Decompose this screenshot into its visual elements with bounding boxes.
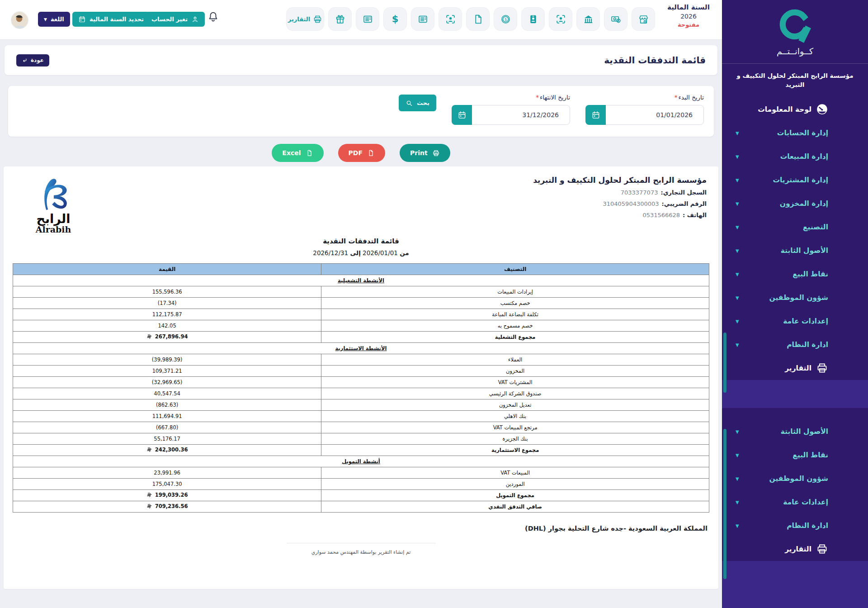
sidebar-item[interactable]: نقاط البيع▼ [722,443,868,467]
sidebar-band-bottom [722,561,868,608]
start-date-group: تاريخ البدء* [585,94,704,125]
column-header-value: القيمة [13,263,321,275]
sidebar-menu-primary: لوحة المعلوماتإدارة الحسابات▼إدارة المبي… [722,92,868,380]
language-button[interactable]: اللغة ▼ [38,12,70,27]
sidebar-item[interactable]: لوحة المعلومات [722,98,868,121]
chevron-down-icon: ▼ [44,17,47,22]
change-account-button[interactable]: تغير الحساب [146,12,205,27]
start-date-calendar-button[interactable] [585,105,606,125]
fiscal-year-block: السنة المالية 2026 مفتوحة [659,3,718,28]
file-icon [306,149,313,157]
print-button[interactable]: Print [400,144,450,162]
sidebar-item[interactable]: إدارة الحسابات▼ [722,121,868,145]
report-title: قائمة التدفقات النقدية [10,237,712,245]
chevron-down-icon: ▼ [736,177,739,182]
table-row: مجموع الاستثمارية242,300.36 [13,444,709,456]
amount-text: 267,896.94 [155,333,188,340]
print-label: Print [410,149,428,157]
topbar: السنة المالية 2026 مفتوحة $ التق [0,0,722,40]
table-row: إيرادات المبيعات155,596.36 [13,286,709,297]
chevron-down-icon: ▼ [736,271,739,276]
document-button[interactable] [466,7,490,31]
chevron-down-icon: ▼ [736,224,739,229]
sidebar-item[interactable]: إعدادات عامة▼ [722,309,868,333]
amount-text: 242,300.36 [155,446,188,453]
sidebar-item-label: ادارة النظام [787,341,828,349]
sidebar-item[interactable]: إدارة المبيعات▼ [722,145,868,168]
table-row: صندوق الشركة الرئيسي40,547.54 [13,388,709,399]
table-row: مجموع التشغلية267,896.94 [13,331,709,342]
coin-button[interactable] [494,7,517,31]
amount-text: 142.05 [158,323,176,329]
bank-button[interactable] [576,7,600,31]
sidebar-item-label: التصنيع [803,223,828,231]
back-button[interactable]: عودة [16,54,49,66]
excel-label: Excel [282,149,301,157]
table-row: المخزون109,371.21 [13,365,709,376]
calendar-icon [591,110,600,119]
sidebar-item[interactable]: شؤون الموظفين▼ [722,286,868,309]
sidebar-item[interactable]: شؤون الموظفين▼ [722,467,868,490]
amount-text: (667.80) [156,424,178,431]
sidebar-item[interactable]: نقاط البيع▼ [722,262,868,286]
sidebar-item-label: إعدادات عامة [783,317,828,325]
select-fiscal-year-button[interactable]: تحديد السنة المالية [72,12,150,27]
table-row: صافي التدفق النقدي709,236.56 [13,501,709,512]
sidebar-scrollbar[interactable] [723,429,726,579]
logo-latin-text: Alrabih [22,225,85,234]
search-button[interactable]: بحث [399,95,436,111]
store-button[interactable] [632,7,655,31]
dollar-button[interactable]: $ [383,7,407,31]
app-window: السنة المالية 2026 مفتوحة $ التق [0,0,868,608]
amount-text: 55,176.17 [154,436,180,442]
export-excel-button[interactable]: Excel [272,144,323,162]
sidebar-scrollbar[interactable] [723,332,726,393]
chevron-down-icon: ▼ [736,130,739,135]
amount-text: 175,047.30 [152,481,182,487]
chevron-down-icon: ▼ [736,452,739,457]
export-pdf-button[interactable]: PDF [338,144,385,162]
id-badge-button[interactable] [521,7,545,31]
sidebar-item[interactable]: التقارير [722,356,868,380]
value-cell: (667.80) [13,422,321,433]
amount-text: 112,175.87 [152,311,182,318]
receipt-button-2[interactable] [356,7,379,31]
saudi-riyal-icon [146,503,152,509]
receipt-button[interactable] [411,7,434,31]
calendar-icon [458,110,467,119]
reports-button-label: التقارير [288,16,310,23]
sidebar-item[interactable]: ادارة النظام▼ [722,333,868,356]
table-row: تكلفة البضاعة المباعة112,175.87 [13,309,709,320]
user-avatar[interactable] [11,11,28,29]
vat-number-line: الرقم الضريبي:310405904300003 [533,200,707,207]
cash-button[interactable] [604,7,627,31]
notifications-bell-button[interactable] [207,10,219,23]
sidebar-company-name: مؤسسة الرابح المبتكر لحلول التكييف و الت… [722,64,868,92]
table-row: بنك الاهلي111,694.91 [13,410,709,422]
sidebar-item[interactable]: إعدادات عامة▼ [722,490,868,514]
user-icon [191,15,199,23]
file-icon [367,149,375,157]
sidebar-item[interactable]: الأصول الثابتة▼ [722,239,868,262]
table-section-row: أنشطة التمويل [13,456,709,467]
sidebar-item[interactable]: التقارير [722,537,868,561]
category-cell: بنك الجزيرة [321,433,709,444]
sidebar-item[interactable]: الأصول الثابتة▼ [722,420,868,443]
user-scan-button[interactable] [549,7,572,31]
export-buttons: Excel PDF Print [0,144,722,162]
chevron-down-icon: ▼ [736,295,739,300]
gift-button[interactable] [328,7,352,31]
sidebar-item[interactable]: إدارة المشتريات▼ [722,168,868,192]
fiscal-year-status: مفتوحة [659,21,718,28]
sidebar-item-label: إعدادات عامة [783,498,828,506]
reports-button[interactable]: التقارير [286,7,324,31]
sidebar-item[interactable]: ادارة النظام▼ [722,514,868,537]
sidebar-item[interactable]: التصنيع▼ [722,215,868,239]
amount-text: 109,371.21 [152,368,182,374]
user-scan-button-2[interactable] [439,7,462,31]
sidebar-item[interactable]: إدارة المخزون▼ [722,192,868,215]
end-date-calendar-button[interactable] [452,105,472,125]
category-cell: مجموع التشغلية [321,331,709,342]
calendar-icon [78,15,86,23]
chevron-down-icon: ▼ [736,318,739,323]
